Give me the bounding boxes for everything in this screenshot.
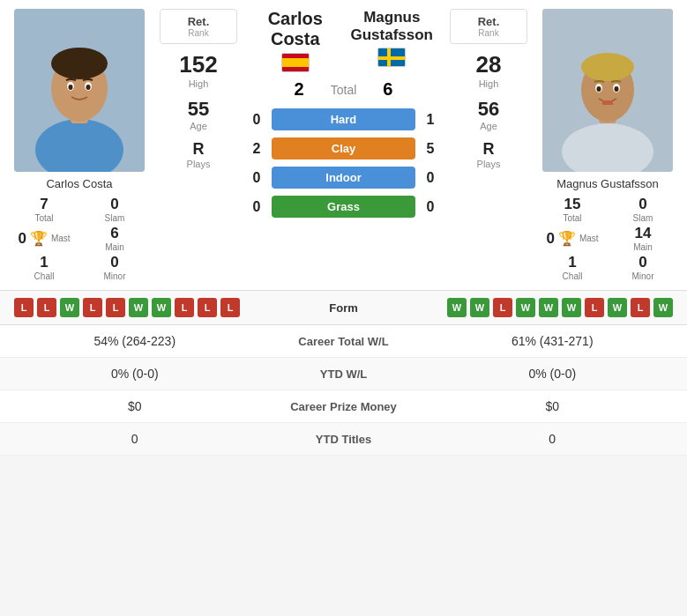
- left-total-score: 2: [295, 79, 304, 100]
- total-score-row: 2 Total 6: [295, 79, 393, 100]
- surface-indoor-row: 0 Indoor 0: [247, 167, 440, 189]
- right-chall-label: Chall: [539, 271, 606, 281]
- left-form-badge-0: L: [14, 298, 34, 317]
- career-total-label: Career Total W/L: [256, 335, 432, 348]
- right-main-item: 14 Main: [609, 225, 676, 252]
- hard-label: Hard: [272, 108, 415, 130]
- svg-point-4: [51, 48, 108, 79]
- ytd-wl-right: 0% (0-0): [432, 367, 674, 381]
- right-minor-value: 0: [638, 254, 646, 271]
- right-total-score: 6: [383, 79, 392, 100]
- svg-point-17: [615, 86, 619, 92]
- clay-label: Clay: [272, 137, 415, 160]
- right-mast-item: 0 🏆 Mast: [539, 225, 606, 252]
- right-main-value: 14: [635, 225, 652, 241]
- right-plays-box: R Plays: [477, 140, 501, 169]
- left-form-badge-8: L: [198, 298, 217, 317]
- career-prize-right: $0: [432, 399, 674, 413]
- left-total-value: 7: [40, 196, 48, 212]
- ytd-wl-label: YTD W/L: [256, 367, 432, 381]
- career-total-row: 54% (264-223) Career Total W/L 61% (431-…: [0, 325, 687, 358]
- right-high-box: 28 High: [476, 51, 502, 89]
- right-high-val: 28: [476, 51, 502, 78]
- right-total-item: 15 Total: [539, 196, 606, 223]
- right-slam-label: Slam: [609, 213, 676, 223]
- ytd-wl-row: 0% (0-0) YTD W/L 0% (0-0): [0, 358, 687, 390]
- right-stats-grid: 15 Total 0 Slam 0 🏆 Mast 14 Main 1: [537, 196, 678, 281]
- left-rank-lbl: Rank: [169, 28, 228, 38]
- right-total-label: Total: [539, 213, 606, 223]
- right-flag: [377, 48, 406, 67]
- main-container: Carlos Costa 7 Total 0 Slam 0 🏆 Mast 6: [0, 0, 687, 456]
- left-form-badge-1: L: [37, 298, 56, 317]
- right-player-name-top: Magnus Gustafsson: [344, 9, 441, 44]
- right-total-value: 15: [564, 196, 581, 212]
- form-label: Form: [309, 301, 379, 315]
- left-high-box: 152 High: [179, 51, 217, 89]
- left-inner-col: Ret. Rank 152 High 55 Age R Plays: [150, 0, 247, 290]
- surface-grass-row: 0 Grass 0: [247, 196, 440, 218]
- left-plays-val: R: [187, 140, 211, 159]
- left-minor-item: 0 Minor: [81, 254, 148, 281]
- ytd-wl-left: 0% (0-0): [14, 367, 256, 381]
- left-chall-item: 1 Chall: [11, 254, 78, 281]
- right-form-badge-5: W: [562, 298, 581, 317]
- left-age-val: 55: [188, 98, 209, 121]
- career-total-left: 54% (264-223): [14, 334, 256, 348]
- left-stats-grid: 7 Total 0 Slam 0 🏆 Mast 6 Main 1: [9, 196, 150, 281]
- grass-label: Grass: [272, 196, 415, 218]
- left-minor-value: 0: [110, 254, 118, 271]
- left-trophy-icon: 🏆: [30, 230, 48, 247]
- left-main-value: 6: [110, 225, 118, 241]
- right-form-badge-8: L: [631, 298, 650, 317]
- svg-rect-18: [602, 100, 613, 105]
- right-rank-box: Ret. Rank: [450, 9, 527, 44]
- players-row: Carlos Costa 7 Total 0 Slam 0 🏆 Mast 6: [0, 0, 687, 290]
- right-plays-lbl: Plays: [477, 159, 501, 169]
- right-player-photo: [542, 9, 673, 172]
- ytd-titles-left: 0: [14, 432, 256, 446]
- left-player-col: Carlos Costa 7 Total 0 Slam 0 🏆 Mast 6: [0, 0, 150, 290]
- right-form-badge-6: L: [585, 298, 604, 317]
- left-chall-label: Chall: [11, 271, 78, 281]
- right-form-badge-0: W: [447, 298, 467, 317]
- center-col: Carlos Costa Magnus Gustafsson 2 Total 6…: [247, 0, 440, 290]
- right-age-val: 56: [478, 98, 499, 121]
- clay-right-score: 5: [421, 141, 440, 157]
- right-player-name: Magnus Gustafsson: [556, 177, 659, 190]
- left-age-lbl: Age: [188, 121, 209, 131]
- left-slam-label: Slam: [81, 213, 148, 223]
- hard-left-score: 0: [247, 112, 266, 128]
- left-form-badge-4: L: [106, 298, 125, 317]
- right-form-badge-1: W: [470, 298, 489, 317]
- total-label: Total: [331, 83, 357, 97]
- right-form-badge-4: W: [539, 298, 558, 317]
- surface-rows: 0 Hard 1 2 Clay 5 0 Indoor 0: [247, 108, 440, 225]
- left-total-item: 7 Total: [11, 196, 78, 223]
- right-minor-item: 0 Minor: [609, 254, 676, 281]
- left-plays-lbl: Plays: [187, 159, 211, 169]
- right-age-lbl: Age: [478, 121, 499, 131]
- grass-left-score: 0: [247, 199, 266, 215]
- left-main-item: 6 Main: [81, 225, 148, 252]
- left-form-badges: L L W L L W W L L L: [14, 298, 300, 317]
- left-plays-box: R Plays: [187, 140, 211, 169]
- left-flag: [281, 53, 310, 72]
- svg-point-13: [581, 53, 634, 81]
- ytd-titles-row: 0 YTD Titles 0: [0, 423, 687, 456]
- left-mast-label: Mast: [51, 234, 71, 243]
- right-slam-value: 0: [638, 196, 646, 212]
- svg-point-7: [69, 85, 73, 90]
- hard-right-score: 1: [421, 112, 440, 128]
- left-rank-val: Ret.: [169, 15, 228, 28]
- right-high-lbl: High: [476, 78, 502, 89]
- right-chall-item: 1 Chall: [539, 254, 606, 281]
- right-trophy-icon: 🏆: [558, 230, 576, 247]
- left-minor-label: Minor: [81, 271, 148, 281]
- right-rank-val: Ret.: [459, 15, 518, 28]
- career-prize-left: $0: [14, 399, 256, 413]
- indoor-right-score: 0: [421, 170, 440, 186]
- left-player-name-top: Carlos Costa: [247, 9, 344, 49]
- left-age-box: 55 Age: [188, 98, 209, 131]
- form-section: L L W L L W W L L L Form W W L W W W L W…: [0, 290, 687, 325]
